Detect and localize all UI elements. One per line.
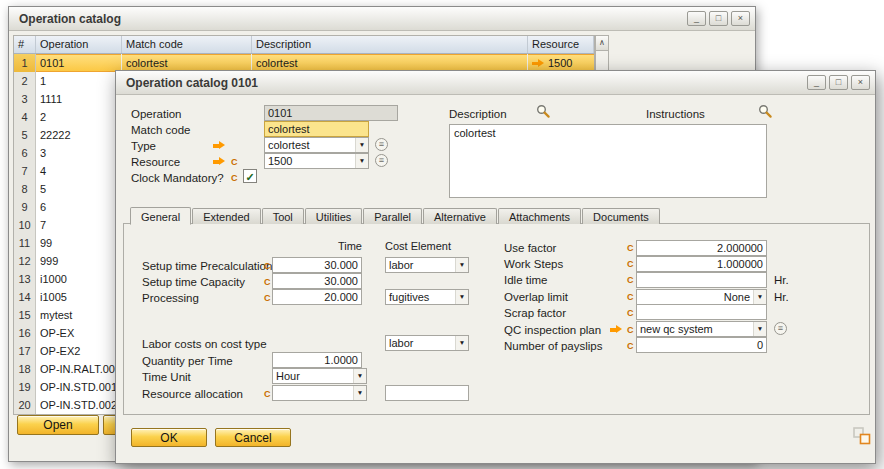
operation-cell[interactable]: 1 <box>36 72 122 90</box>
row-number-cell[interactable]: 3 <box>14 90 36 108</box>
dropdown-arrow-icon[interactable]: ▼ <box>455 336 468 350</box>
tab-documents[interactable]: Documents <box>582 208 660 224</box>
dropdown-arrow-icon[interactable]: ▼ <box>455 290 468 304</box>
overlap-limit-dropdown[interactable]: None ▼ <box>636 289 767 305</box>
operation-cell[interactable]: 3 <box>36 144 122 162</box>
setup-precalc-time-field[interactable]: 30.000 <box>272 257 362 273</box>
work-steps-field[interactable]: 1.000000 <box>636 256 767 272</box>
dropdown-arrow-icon[interactable]: ▼ <box>355 138 368 152</box>
resource-alloc-extra-field[interactable] <box>385 385 469 401</box>
maximize-icon[interactable]: □ <box>829 75 848 90</box>
row-number-cell[interactable]: 5 <box>14 126 36 144</box>
value-list-icon[interactable]: ≡ <box>774 322 787 335</box>
description-textarea[interactable]: colortest <box>449 124 767 198</box>
column-header-description[interactable]: Description <box>252 36 528 53</box>
link-arrow-icon[interactable] <box>610 325 623 334</box>
setup-capacity-time-field[interactable]: 30.000 <box>272 273 362 289</box>
row-number-cell[interactable]: 14 <box>14 288 36 306</box>
processing-cost-dropdown[interactable]: fugitives ▼ <box>385 289 469 305</box>
resource-alloc-dropdown[interactable]: ▼ <box>272 385 367 401</box>
row-number-cell[interactable]: 15 <box>14 306 36 324</box>
value-list-icon[interactable]: ≡ <box>375 138 388 151</box>
row-number-cell[interactable]: 2 <box>14 72 36 90</box>
tab-attachments[interactable]: Attachments <box>498 208 581 224</box>
quantity-field[interactable]: 1.0000 <box>272 352 362 368</box>
link-arrow-icon[interactable] <box>213 157 226 166</box>
link-arrow-icon[interactable] <box>213 141 226 150</box>
dropdown-arrow-icon[interactable]: ▼ <box>753 290 766 304</box>
row-number-cell[interactable]: 4 <box>14 108 36 126</box>
row-number-cell[interactable]: 10 <box>14 216 36 234</box>
row-number-cell[interactable]: 9 <box>14 198 36 216</box>
operation-cell[interactable]: OP-IN.RALT.001 <box>36 360 122 378</box>
operation-cell[interactable]: 99 <box>36 234 122 252</box>
dropdown-arrow-icon[interactable]: ▼ <box>353 369 366 383</box>
tab-utilities[interactable]: Utilities <box>305 208 362 224</box>
dropdown-arrow-icon[interactable]: ▼ <box>353 386 366 400</box>
operation-cell[interactable]: i1005 <box>36 288 122 306</box>
operation-cell[interactable]: 5 <box>36 180 122 198</box>
row-number-cell[interactable]: 1 <box>14 54 36 72</box>
operation-cell[interactable]: OP-IN.STD.001 <box>36 378 122 396</box>
column-header-operation[interactable]: Operation <box>36 36 122 53</box>
operation-cell[interactable]: mytest <box>36 306 122 324</box>
operation-cell[interactable]: 2 <box>36 108 122 126</box>
row-number-cell[interactable]: 19 <box>14 378 36 396</box>
magnifier-icon[interactable] <box>758 104 772 118</box>
close-icon[interactable]: × <box>851 75 870 90</box>
close-icon[interactable]: × <box>731 11 750 26</box>
operation-cell[interactable]: 4 <box>36 162 122 180</box>
setup-precalc-cost-dropdown[interactable]: labor ▼ <box>385 257 469 273</box>
scroll-up-icon[interactable]: ∧ <box>596 36 608 51</box>
operation-cell[interactable]: 0101 <box>36 54 122 72</box>
minimize-icon[interactable]: _ <box>687 11 706 26</box>
type-dropdown[interactable]: colortest ▼ <box>264 137 369 153</box>
row-number-cell[interactable]: 13 <box>14 270 36 288</box>
row-number-cell[interactable]: 8 <box>14 180 36 198</box>
dropdown-arrow-icon[interactable]: ▼ <box>753 322 766 336</box>
use-factor-field[interactable]: 2.000000 <box>636 240 767 256</box>
tab-alternative[interactable]: Alternative <box>423 208 497 224</box>
idle-time-field[interactable] <box>636 272 767 288</box>
operation-cell[interactable]: 7 <box>36 216 122 234</box>
operation-cell[interactable]: OP-IN.STD.002 <box>36 396 122 414</box>
qc-inspection-dropdown[interactable]: new qc system ▼ <box>636 321 767 337</box>
column-header-resource[interactable]: Resource <box>528 36 594 53</box>
detail-titlebar[interactable]: Operation catalog 0101 _ □ × <box>116 71 875 95</box>
tab-parallel[interactable]: Parallel <box>363 208 422 224</box>
operation-cell[interactable]: 1111 <box>36 90 122 108</box>
operation-cell[interactable]: OP-EX <box>36 324 122 342</box>
tab-tool[interactable]: Tool <box>262 208 304 224</box>
tab-general[interactable]: General <box>130 207 191 225</box>
row-number-cell[interactable]: 7 <box>14 162 36 180</box>
clock-mandatory-checkbox[interactable]: ✓ <box>243 169 257 183</box>
processing-time-field[interactable]: 20.000 <box>272 289 362 305</box>
magnifier-icon[interactable] <box>536 104 550 118</box>
dropdown-arrow-icon[interactable]: ▼ <box>355 154 368 168</box>
column-header-match-code[interactable]: Match code <box>122 36 252 53</box>
match-code-field[interactable]: colortest <box>264 121 369 137</box>
operation-cell[interactable]: 999 <box>36 252 122 270</box>
row-number-cell[interactable]: 18 <box>14 360 36 378</box>
resource-dropdown[interactable]: 1500 ▼ <box>264 153 369 169</box>
operation-cell[interactable]: i1000 <box>36 270 122 288</box>
row-number-cell[interactable]: 20 <box>14 396 36 414</box>
value-list-icon[interactable]: ≡ <box>375 154 388 167</box>
dropdown-arrow-icon[interactable]: ▼ <box>455 258 468 272</box>
open-button[interactable]: Open <box>17 415 99 435</box>
link-arrow-icon[interactable] <box>532 59 545 68</box>
row-number-cell[interactable]: 17 <box>14 342 36 360</box>
maximize-icon[interactable]: □ <box>709 11 728 26</box>
tab-extended[interactable]: Extended <box>192 208 260 224</box>
time-unit-dropdown[interactable]: Hour ▼ <box>272 368 367 384</box>
payslips-field[interactable]: 0 <box>636 337 767 353</box>
cancel-button[interactable]: Cancel <box>215 428 291 447</box>
operation-cell[interactable]: 6 <box>36 198 122 216</box>
catalog-titlebar[interactable]: Operation catalog _ □ × <box>9 7 755 31</box>
row-number-cell[interactable]: 12 <box>14 252 36 270</box>
operation-cell[interactable]: 22222 <box>36 126 122 144</box>
labor-costs-dropdown[interactable]: labor ▼ <box>385 335 469 351</box>
ok-button[interactable]: OK <box>131 428 207 447</box>
row-number-cell[interactable]: 6 <box>14 144 36 162</box>
column-header-row-number[interactable]: # <box>14 36 36 53</box>
